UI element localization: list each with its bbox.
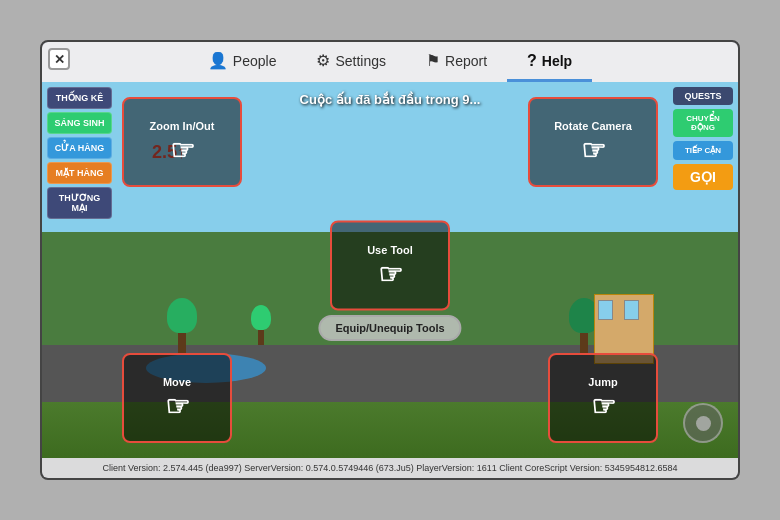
jump-control[interactable]: Jump ☞ — [548, 353, 658, 443]
quest-btn-tiep-can[interactable]: TIẾP CẬN — [673, 141, 733, 160]
sidebar-btn-sang-sinh[interactable]: SÁNG SINH — [47, 112, 112, 134]
settings-icon: ⚙ — [316, 51, 330, 70]
nav-item-settings[interactable]: ⚙ Settings — [296, 42, 406, 82]
quest-btn-goi[interactable]: GỌI — [673, 164, 733, 190]
zoom-hand-icon: ☞ — [170, 137, 195, 165]
rotate-label: Rotate Camera — [554, 120, 632, 132]
rotate-hand-icon: ☞ — [581, 137, 606, 165]
use-tool-control[interactable]: Use Tool ☞ — [330, 221, 450, 311]
tree — [251, 305, 271, 345]
rotate-control[interactable]: Rotate Camera ☞ — [528, 97, 658, 187]
nav-label-people: People — [233, 53, 277, 69]
use-tool-hand-icon: ☞ — [378, 260, 403, 288]
nav-item-people[interactable]: 👤 People — [188, 42, 297, 82]
quest-btn-chuyen-dong[interactable]: CHUYỂN ĐỘNG — [673, 109, 733, 137]
sidebar-btn-cua-hang[interactable]: CỬA HÀNG — [47, 137, 112, 159]
move-hand-icon: ☞ — [165, 393, 190, 421]
joystick[interactable] — [683, 403, 723, 443]
sidebar-btn-thong-ke[interactable]: THỐNG KÊ — [47, 87, 112, 109]
move-label: Move — [163, 376, 191, 388]
sidebar-btn-thuong-mai[interactable]: THƯƠNG MẠI — [47, 187, 112, 219]
nav-item-report[interactable]: ⚑ Report — [406, 42, 507, 82]
status-text: Client Version: 2.574.445 (dea997) Serve… — [103, 463, 678, 473]
sidebar-btn-mat-hang[interactable]: MẶT HÀNG — [47, 162, 112, 184]
joystick-dot — [696, 416, 711, 431]
quests-label: QUESTS — [673, 87, 733, 105]
status-bar: Client Version: 2.574.445 (dea997) Serve… — [42, 458, 738, 478]
right-sidebar: QUESTS CHUYỂN ĐỘNG TIẾP CẬN GỌI — [668, 82, 738, 458]
left-sidebar: THỐNG KÊ SÁNG SINH CỬA HÀNG MẶT HÀNG THƯ… — [42, 82, 117, 458]
building-window — [624, 300, 639, 320]
nav-label-settings: Settings — [335, 53, 386, 69]
jump-label: Jump — [588, 376, 617, 388]
top-nav: 👤 People ⚙ Settings ⚑ Report ? Help — [42, 42, 738, 82]
jump-hand-icon: ☞ — [591, 393, 616, 421]
equip-button[interactable]: Equip/Unequip Tools — [318, 315, 461, 341]
game-window: ✕ 👤 People ⚙ Settings ⚑ Report ? Help — [40, 40, 740, 480]
nav-item-help[interactable]: ? Help — [507, 42, 592, 82]
announcement-text: Cuộc ấu đã bắt đầu trong 9... — [300, 92, 481, 107]
help-icon: ? — [527, 52, 537, 70]
tree — [167, 298, 197, 353]
close-button[interactable]: ✕ — [48, 48, 70, 70]
nav-label-help: Help — [542, 53, 572, 69]
people-icon: 👤 — [208, 51, 228, 70]
nav-label-report: Report — [445, 53, 487, 69]
zoom-label: Zoom In/Out — [150, 120, 215, 132]
game-background: Cuộc ấu đã bắt đầu trong 9... 2.5↑ THỐNG… — [42, 82, 738, 458]
report-icon: ⚑ — [426, 51, 440, 70]
building-window — [598, 300, 613, 320]
zoom-control[interactable]: Zoom In/Out ☞ — [122, 97, 242, 187]
move-control[interactable]: Move ☞ — [122, 353, 232, 443]
use-tool-label: Use Tool — [367, 243, 413, 255]
